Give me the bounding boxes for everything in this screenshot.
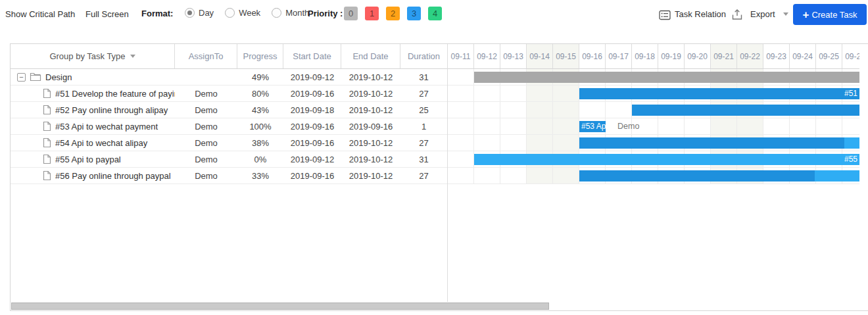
- priority-label: Priority :: [308, 9, 343, 18]
- format-option-day[interactable]: Day: [185, 8, 214, 18]
- column-header-assignto: AssignTo: [175, 44, 237, 68]
- task-name: #53 Api to wechat payment: [55, 122, 158, 132]
- task-name-cell: #51 Develop the feature of payin: [11, 85, 175, 101]
- end-date-cell: 2019-10-12: [341, 102, 400, 118]
- full-screen-button[interactable]: Full Screen: [85, 9, 129, 19]
- start-date-cell: 2019-09-16: [283, 168, 341, 183]
- duration-cell: 27: [400, 85, 447, 101]
- duration-cell: 1: [400, 118, 447, 134]
- format-radio-group: DayWeekMonth: [185, 8, 309, 18]
- grid-cell: [685, 118, 711, 134]
- file-icon: [43, 154, 51, 164]
- horizontal-scrollbar-thumb[interactable]: [11, 303, 549, 310]
- export-icon: [731, 9, 743, 20]
- timeline-date-09-11: 09-11: [448, 44, 474, 68]
- gantt-row-55: #55: [448, 151, 868, 168]
- table-row-53[interactable]: #53 Api to wechat payment Demo 100% 2019…: [11, 118, 447, 135]
- group-by-dropdown[interactable]: Group by Task Type: [11, 44, 175, 68]
- task-name: #56 Pay online through paypal: [55, 171, 171, 181]
- priority-badge-4[interactable]: 4: [428, 7, 442, 20]
- gantt-bar-53[interactable]: #53 Ap: [579, 121, 606, 132]
- grid-cell: [553, 118, 579, 134]
- gantt-bar-56[interactable]: [579, 170, 859, 182]
- format-option-week[interactable]: Week: [225, 8, 260, 18]
- panel-divider: [447, 44, 448, 302]
- export-button[interactable]: Export: [750, 9, 775, 19]
- chevron-down-icon: [130, 55, 135, 58]
- task-name-cell: #55 Api to paypal: [11, 151, 175, 167]
- grid-cell: [737, 118, 763, 134]
- task-relation-icon: [659, 10, 671, 20]
- timeline-date-09-22: 09-22: [737, 44, 763, 68]
- grid-cell: [448, 118, 474, 134]
- bar-label-51: #51: [844, 88, 857, 99]
- grid-cell: [553, 168, 579, 183]
- progress-cell: 80%: [237, 85, 283, 101]
- timeline-date-09-18: 09-18: [632, 44, 658, 68]
- grid-cell: [500, 118, 527, 134]
- gantt-row-design: [448, 69, 868, 85]
- priority-badge-2[interactable]: 2: [386, 7, 400, 20]
- priority-badge-group: 01234: [344, 7, 442, 20]
- column-header-duration: Duration: [400, 44, 447, 68]
- task-name-cell: #54 Api to wechat alipay: [11, 135, 175, 151]
- progress-cell: 43%: [237, 102, 283, 118]
- grid-cell: [500, 102, 527, 118]
- radio-icon[interactable]: [272, 8, 281, 18]
- timeline-date-09-25: 09-25: [816, 44, 842, 68]
- timeline-date-09-14: 09-14: [527, 44, 553, 68]
- grid-cell: [527, 135, 553, 151]
- folder-icon: [30, 72, 41, 82]
- task-relation-button[interactable]: Task Relation: [675, 9, 726, 19]
- table-row-54[interactable]: #54 Api to wechat alipay Demo 38% 2019-0…: [11, 135, 447, 151]
- assignee-cell: [175, 69, 237, 85]
- gantt-bar-55[interactable]: #55: [474, 154, 859, 165]
- task-name-cell: #56 Pay online through paypal: [11, 168, 175, 183]
- grid-cell: [474, 102, 500, 118]
- timeline-header: 09-1109-1209-1309-1409-1509-1609-1709-18…: [448, 44, 868, 69]
- create-task-label: Create Task: [811, 10, 857, 20]
- gantt-bar-design[interactable]: [474, 72, 859, 83]
- chevron-down-icon[interactable]: [783, 12, 788, 16]
- gantt-bar-51[interactable]: #51: [579, 88, 859, 99]
- radio-icon[interactable]: [185, 8, 195, 18]
- start-date-cell: 2019-09-18: [283, 102, 341, 118]
- grid-cell: [553, 85, 579, 101]
- duration-cell: 31: [400, 69, 447, 85]
- progress-cell: 33%: [237, 168, 283, 183]
- start-date-cell: 2019-09-16: [283, 135, 341, 151]
- table-row-design[interactable]: − Design 49% 2019-09-12 2019-10-12 31: [11, 69, 447, 85]
- create-task-button[interactable]: + Create Task: [793, 4, 867, 25]
- progress-cell: 49%: [237, 69, 283, 85]
- gantt-row-51: #51: [448, 85, 868, 102]
- gantt-bar-54[interactable]: [579, 137, 859, 149]
- assignee-cell: Demo: [175, 168, 237, 183]
- priority-badge-1[interactable]: 1: [365, 7, 379, 20]
- priority-badge-3[interactable]: 3: [407, 7, 421, 20]
- timeline-date-09-23: 09-23: [763, 44, 790, 68]
- table-row-55[interactable]: #55 Api to paypal Demo 0% 2019-09-12 201…: [11, 151, 447, 168]
- assignee-cell: Demo: [175, 135, 237, 151]
- assignee-cell: Demo: [175, 118, 237, 134]
- grid-cell: [658, 118, 685, 134]
- grid-cell: [527, 118, 553, 134]
- timeline-date-09-17: 09-17: [606, 44, 632, 68]
- radio-icon[interactable]: [225, 8, 235, 18]
- group-by-label: Group by Task Type: [49, 51, 125, 61]
- vertical-scrollbar-track[interactable]: [859, 44, 868, 302]
- task-name: #55 Api to paypal: [55, 155, 121, 164]
- timeline-date-09-21: 09-21: [711, 44, 737, 68]
- file-icon: [43, 170, 51, 181]
- priority-badge-0[interactable]: 0: [344, 7, 358, 20]
- progress-cell: 100%: [237, 118, 283, 134]
- assignee-cell: Demo: [175, 151, 237, 167]
- table-row-52[interactable]: #52 Pay online through alipay Demo 43% 2…: [11, 102, 447, 118]
- show-critical-path-button[interactable]: Show Critical Path: [5, 9, 75, 19]
- gantt-bar-52[interactable]: [632, 105, 859, 116]
- table-row-51[interactable]: #51 Develop the feature of payin Demo 80…: [11, 85, 447, 102]
- collapse-icon[interactable]: −: [17, 73, 26, 82]
- gantt-panel: Group by Task Type AssignTo Progress Sta…: [10, 43, 868, 311]
- format-option-month[interactable]: Month: [272, 8, 309, 18]
- column-header-progress: Progress: [237, 44, 283, 68]
- table-row-56[interactable]: #56 Pay online through paypal Demo 33% 2…: [11, 168, 447, 184]
